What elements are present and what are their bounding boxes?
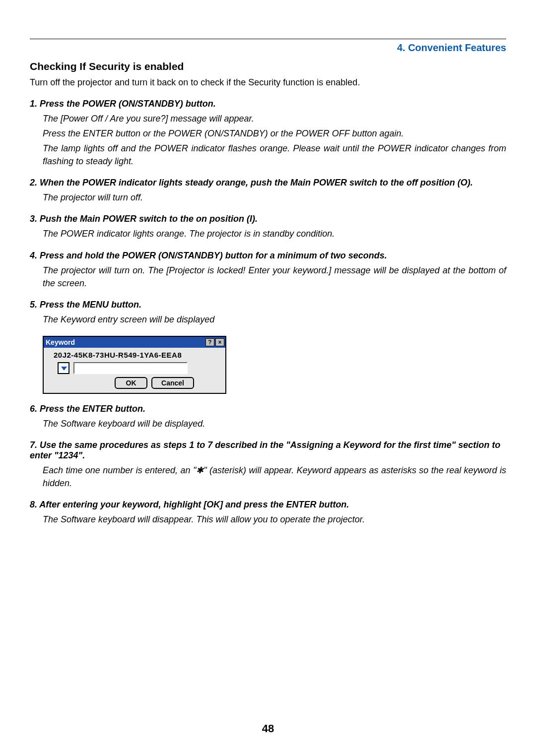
keyword-code: 20J2-45K8-73HU-R549-1YA6-EEA8 — [49, 351, 220, 359]
close-icon[interactable]: × — [215, 338, 224, 346]
cancel-button[interactable]: Cancel — [151, 377, 194, 389]
ok-button[interactable]: OK — [115, 377, 147, 389]
step-4-line-1: The projector will turn on. The [Project… — [43, 264, 506, 290]
step-7-line-1: Each time one number is entered, an "✱" … — [43, 464, 506, 490]
section-header: 4. Convenient Features — [30, 42, 506, 54]
step-5-line-1: The Keyword entry screen will be display… — [43, 313, 506, 326]
step-6-line-1: The Software keyboard will be displayed. — [43, 417, 506, 430]
page-number: 48 — [0, 722, 536, 735]
language-dropdown-icon[interactable] — [58, 362, 69, 374]
step-1-line-3: The lamp lights off and the POWER indica… — [43, 142, 506, 168]
step-1-heading: 1. Press the POWER (ON/STANDBY) button. — [30, 99, 506, 109]
step-8-line-1: The Software keyboard will disappear. Th… — [43, 513, 506, 526]
step-4-heading: 4. Press and hold the POWER (ON/STANDBY)… — [30, 251, 506, 261]
dialog-title: Keyword — [45, 338, 75, 346]
help-icon[interactable]: ? — [205, 338, 214, 346]
step-3-line-1: The POWER indicator lights orange. The p… — [43, 227, 506, 240]
step-8-heading: 8. After entering your keyword, highligh… — [30, 500, 506, 510]
step-1-line-2: Press the ENTER button or the POWER (ON/… — [43, 127, 506, 140]
step-6-heading: 6. Press the ENTER button. — [30, 404, 506, 414]
step-3-heading: 3. Push the Main POWER switch to the on … — [30, 214, 506, 224]
page-title: Checking If Security is enabled — [30, 61, 506, 72]
keyword-dialog: Keyword ? × 20J2-45K8-73HU-R549-1YA6-EEA… — [43, 336, 226, 394]
step-5-heading: 5. Press the MENU button. — [30, 300, 506, 310]
step-2-line-1: The projector will turn off. — [43, 191, 506, 204]
step-1-line-1: The [Power Off / Are you sure?] message … — [43, 112, 506, 125]
intro-text: Turn off the projector and turn it back … — [30, 77, 506, 88]
step-2-heading: 2. When the POWER indicator lights stead… — [30, 178, 506, 188]
step-7-heading: 7. Use the same procedures as steps 1 to… — [30, 440, 506, 461]
dialog-titlebar: Keyword ? × — [44, 337, 225, 348]
keyword-input[interactable] — [73, 362, 188, 374]
